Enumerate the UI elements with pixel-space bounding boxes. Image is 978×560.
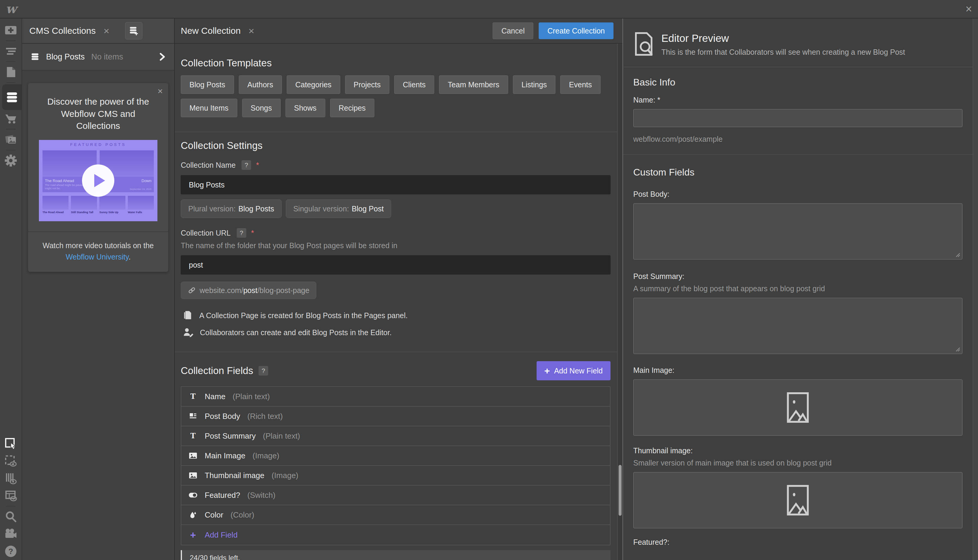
collection-name-input[interactable] [181,175,610,194]
svg-text:?: ? [8,547,13,556]
template-categories[interactable]: Categories [287,75,340,94]
custom-fields-heading: Custom Fields [633,167,963,178]
ecommerce-button[interactable] [0,110,22,127]
promo-title: Discover the power of the Webflow CMS an… [45,96,151,132]
cms-promo-card: × Discover the power of the Webflow CMS … [28,83,168,272]
template-clients[interactable]: Clients [394,75,434,94]
singular-version-chip: Singular version: Blog Post [286,200,391,218]
template-blog-posts[interactable]: Blog Posts [181,75,234,94]
collection-page-note: A Collection Page is created for Blog Po… [181,310,610,320]
cms-panel-title: CMS Collections [29,26,96,36]
new-collection-button[interactable] [125,22,142,40]
thumbnail-image-upload[interactable] [633,472,963,528]
field-row-thumbnail-image[interactable]: Thumbnail image (Image) [181,466,610,485]
modal-close-button[interactable]: × [248,26,254,36]
top-bar: w × [0,0,978,18]
template-listings[interactable]: Listings [513,75,556,94]
section-divider [175,132,622,132]
question-circle-icon: ? [4,545,17,558]
post-body-textarea[interactable] [633,203,963,260]
thumb-featured-date: September 24, 2015 [130,188,152,190]
fields-list: T Name (Plain text) Po [181,386,610,545]
toolbar-divider [6,61,15,62]
promo-footer: Watch more video tutorials on the Webflo… [36,240,160,263]
template-events[interactable]: Events [560,75,600,94]
webflow-university-link[interactable]: Webflow University [65,253,129,261]
template-shows[interactable]: Shows [286,99,325,117]
resize-handle-icon[interactable] [956,253,960,257]
help-button[interactable]: ? [0,543,22,560]
template-team-members[interactable]: Team Members [439,75,508,94]
edit-mode-button[interactable] [0,452,22,470]
field-row-name[interactable]: T Name (Plain text) [181,387,610,407]
add-new-field-button[interactable]: + Add New Field [537,361,610,380]
thumb-mini-card: Still Standing Tall [71,196,97,214]
template-authors[interactable]: Authors [239,75,282,94]
modal-scrollbar-thumb[interactable] [619,465,622,516]
webflow-logo[interactable]: w [0,3,22,15]
post-body-label: Post Body: [633,190,963,198]
preview-body: Basic Info Name: * webflow.com/post/exam… [623,67,978,560]
collection-name-label: Collection Name [181,161,236,170]
thumbnail-image-help: Smaller version of main image that is us… [633,458,963,467]
play-button[interactable] [82,165,114,197]
pointer-tool-button[interactable] [0,435,22,452]
collection-list-item-blog-posts[interactable]: Blog Posts No items [22,43,174,70]
template-songs[interactable]: Songs [242,99,281,117]
help-icon[interactable]: ? [241,160,251,170]
page-note-icon [183,310,193,320]
template-buttons: Blog Posts Authors Categories Projects C… [181,75,610,117]
cms-panel-header: CMS Collections × [22,18,174,43]
help-icon[interactable]: ? [237,228,246,238]
svg-text:T: T [191,432,196,440]
collection-url-input[interactable] [181,255,610,275]
toolbar-divider [6,82,15,83]
webflow-logo-icon: w [6,2,17,16]
plus-square-icon [4,23,17,37]
thumb-mini-card: The Road Ahead [42,196,69,214]
thumb-mini-card: Water Falls [128,196,154,214]
field-row-color[interactable]: Color (Color) [181,505,610,525]
play-icon [94,174,105,187]
xray-mode-button[interactable] [0,470,22,487]
template-recipes[interactable]: Recipes [330,99,374,117]
template-menu-items[interactable]: Menu Items [181,99,237,117]
template-projects[interactable]: Projects [345,75,390,94]
field-row-main-image[interactable]: Main Image (Image) [181,446,610,466]
preview-layout-button[interactable] [0,487,22,504]
main-image-upload[interactable] [633,379,963,436]
chevron-right-icon [159,53,166,61]
field-row-post-summary[interactable]: T Post Summary (Plain text) [181,427,610,446]
preview-name-label: Name: * [633,96,963,104]
modal-title: New Collection [181,26,241,36]
create-collection-button[interactable]: Create Collection [539,22,614,39]
field-row-post-body[interactable]: Post Body (Rich text) [181,407,610,427]
plus-icon: + [189,530,197,540]
video-tutorials-button[interactable] [0,525,22,543]
search-button[interactable] [0,508,22,525]
collection-url-help: The name of the folder that your Blog Po… [181,241,610,250]
cms-button[interactable] [2,84,22,110]
window-close-button[interactable]: × [960,0,978,18]
pointer-square-icon [4,437,17,450]
preview-name-input[interactable] [633,109,963,127]
modal-scrollbar[interactable] [617,43,622,560]
video-camera-icon [4,527,17,540]
cancel-button[interactable]: Cancel [493,22,533,39]
help-icon[interactable]: ? [259,366,268,375]
resize-handle-icon[interactable] [956,347,960,352]
post-summary-textarea[interactable] [633,298,963,354]
navigator-button[interactable] [0,42,22,60]
cms-panel-close-button[interactable]: × [104,26,110,36]
preview-scrollbar-track[interactable] [973,18,978,560]
preview-url-hint: webflow.com/post/example [633,135,963,143]
field-row-featured[interactable]: Featured? (Switch) [181,485,610,505]
pages-button[interactable] [0,63,22,81]
assets-button[interactable] [0,131,22,148]
image-placeholder-icon [786,485,809,516]
promo-close-button[interactable]: × [157,86,163,96]
add-field-row[interactable]: + Add Field [181,525,610,545]
promo-video-thumbnail[interactable]: FEATURED POSTS The Road Ahead The road a… [39,140,157,221]
settings-button[interactable] [0,152,22,169]
add-elements-button[interactable] [0,22,22,39]
